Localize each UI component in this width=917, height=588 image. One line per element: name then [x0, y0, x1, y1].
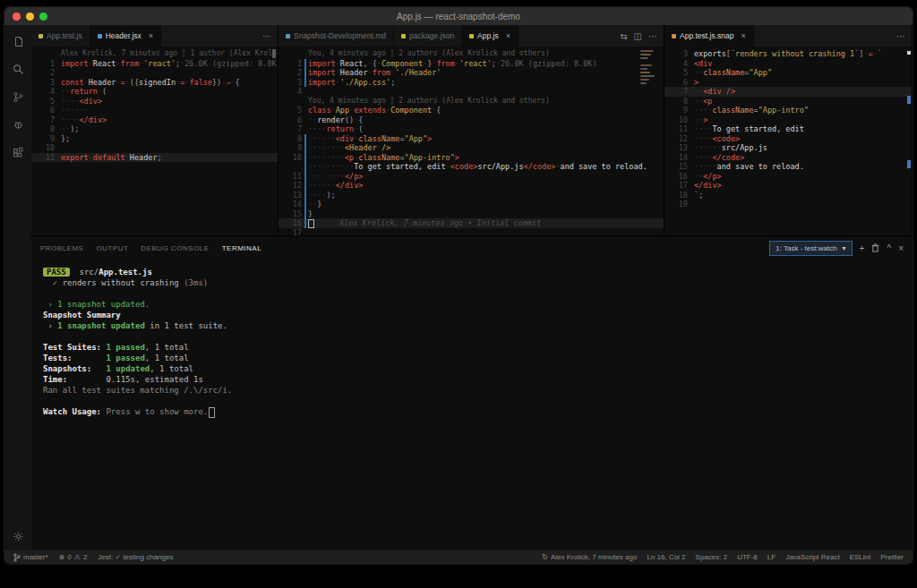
code-line[interactable]: 15·····and save to reload.: [664, 162, 912, 172]
more-actions-icon[interactable]: ⋯: [262, 31, 271, 41]
more-actions-icon[interactable]: ⋯: [648, 31, 657, 41]
panel-tab-terminal[interactable]: TERMINAL: [222, 244, 261, 252]
code-line[interactable]: 4: [279, 87, 664, 97]
open-changes-icon[interactable]: ⇆: [620, 31, 627, 41]
code-line[interactable]: 13······src/App.js: [664, 143, 912, 153]
settings-gear-icon[interactable]: [11, 529, 25, 543]
panel-tab-debug-console[interactable]: DEBUG CONSOLE: [141, 244, 209, 252]
code-line[interactable]: 16··</p>: [664, 172, 912, 182]
code-line[interactable]: 7····</div>: [31, 115, 278, 125]
code-line[interactable]: 8··<p: [664, 97, 912, 107]
code-line[interactable]: 3exports[`renders without crashing 1`]·=…: [664, 49, 912, 59]
code-line[interactable]: 10········<p·className="App-intro">: [279, 153, 664, 163]
code-line[interactable]: 2: [31, 68, 278, 78]
code-line[interactable]: 14··}: [279, 200, 664, 209]
terminal-line: ✓ renders without crashing (3ms): [43, 277, 913, 288]
eslint-status[interactable]: ESLint: [850, 553, 871, 561]
code-line[interactable]: 8······<div·className="App">: [279, 134, 664, 144]
cursor-position-status[interactable]: Ln 16, Col 2: [647, 553, 685, 561]
close-tab-icon[interactable]: ×: [149, 32, 153, 40]
debug-icon[interactable]: [11, 117, 25, 132]
extensions-icon[interactable]: [11, 145, 25, 159]
code-line[interactable]: 16Alex Krolick, 7 minutes ago • Initial …: [279, 218, 664, 228]
editor-app-js[interactable]: You, 4 minutes ago | 2 authors (Alex Kro…: [279, 47, 664, 235]
prettier-status[interactable]: Prettier: [880, 553, 904, 561]
code-line[interactable]: 17: [279, 228, 664, 236]
close-tab-icon[interactable]: ×: [741, 32, 745, 40]
scrollbar-handle[interactable]: [272, 49, 276, 58]
code-line[interactable]: 1import·React·from·'react';·26.0K (gzipp…: [31, 59, 278, 69]
more-actions-icon[interactable]: ⋯: [896, 31, 905, 41]
close-window-button[interactable]: [13, 13, 21, 21]
code-line[interactable]: 8··);: [31, 124, 278, 134]
eol-status[interactable]: LF: [767, 553, 776, 561]
terminal-output[interactable]: PASS src/App.test.js ✓ renders without c…: [31, 260, 913, 550]
code-line[interactable]: 13····);: [279, 191, 664, 200]
git-branch-status[interactable]: master*: [13, 553, 48, 562]
code-line[interactable]: 10··>: [664, 115, 912, 125]
editor-app-test-snap[interactable]: 3exports[`renders without crashing 1`]·=…: [664, 47, 912, 235]
code-line[interactable]: 9········<Header·/>: [279, 143, 664, 153]
language-mode-status[interactable]: JavaScript React: [785, 553, 839, 561]
maximize-panel-button[interactable]: ^: [887, 243, 891, 253]
tab-package.json[interactable]: package.json: [394, 25, 462, 47]
code-line[interactable]: 2import·Header·from·'./Header': [279, 68, 664, 78]
code-line[interactable]: 19: [664, 200, 912, 209]
code-line[interactable]: 7··<div·/>: [664, 87, 912, 97]
code-line[interactable]: 6······: [31, 106, 278, 115]
code-line[interactable]: 18`;: [664, 191, 912, 200]
close-tab-icon[interactable]: ×: [506, 32, 510, 40]
code-line[interactable]: 12····<code>: [664, 134, 912, 144]
zoom-window-button[interactable]: [39, 13, 47, 21]
panel-tab-output[interactable]: OUTPUT: [96, 244, 128, 252]
minimize-window-button[interactable]: [26, 13, 34, 21]
code-line[interactable]: 14····</code>: [664, 153, 912, 163]
codelens[interactable]: You, 4 minutes ago | 2 authors (Alex Kro…: [279, 97, 664, 107]
codelens[interactable]: You, 4 minutes ago | 2 authors (Alex Kro…: [279, 49, 664, 59]
code-line[interactable]: 6··render()·{: [279, 115, 664, 125]
tab-Snapshot-Development.md[interactable]: Snapshot-Development.md: [279, 25, 394, 47]
code-line[interactable]: 10: [31, 143, 278, 153]
codelens[interactable]: Alex Krolick, 7 minutes ago | 1 author (…: [31, 49, 278, 59]
code-line[interactable]: 11····To get started, edit: [664, 124, 912, 134]
code-line[interactable]: 1import·React,·{·Component·}·from·'react…: [279, 59, 664, 69]
code-line[interactable]: 12······</div>: [279, 181, 664, 191]
editor-header-jsx[interactable]: Alex Krolick, 7 minutes ago | 1 author (…: [31, 47, 278, 235]
close-panel-button[interactable]: ×: [898, 243, 904, 253]
terminal-picker-dropdown[interactable]: 1: Task - test:watch ▾: [769, 241, 852, 256]
indentation-status[interactable]: Spaces: 2: [696, 553, 728, 561]
code-line[interactable]: 5··className="App": [664, 68, 912, 78]
code-line[interactable]: 17</div>: [664, 181, 912, 191]
code-line[interactable]: 5class·App·extends·Component·{: [279, 106, 664, 115]
code-line[interactable]: ··········To get started, edit·<code>src…: [279, 162, 664, 172]
code-line[interactable]: 4<div: [664, 59, 912, 69]
explorer-icon[interactable]: [11, 34, 25, 48]
encoding-status[interactable]: UTF-8: [737, 553, 758, 561]
code-line[interactable]: 7····return·(: [279, 124, 664, 134]
tab-App.test.js[interactable]: App.test.js: [31, 25, 90, 47]
code-line[interactable]: 6>: [664, 78, 912, 88]
code-line[interactable]: 11········</p>: [279, 172, 664, 182]
code-line[interactable]: 11export·default·Header;: [31, 153, 278, 163]
blame-status[interactable]: ↻ Alex Krolick, 7 minutes ago: [542, 553, 637, 561]
line-content: exports[`renders without crashing 1`]·=·…: [694, 49, 912, 59]
code-line[interactable]: 3import·'./App.css';: [279, 78, 664, 88]
code-line[interactable]: 15}: [279, 209, 664, 219]
search-icon[interactable]: [11, 62, 25, 76]
tab-App.js[interactable]: App.js×: [462, 25, 518, 47]
tab-Header.jsx[interactable]: Header.jsx×: [90, 25, 161, 47]
new-terminal-button[interactable]: +: [860, 243, 865, 253]
minimap[interactable]: [640, 50, 655, 84]
code-line[interactable]: 9};: [31, 134, 278, 144]
tab-App.test.js.snap[interactable]: App.test.js.snap×: [664, 25, 754, 47]
code-line[interactable]: 4··return·(: [31, 87, 278, 97]
code-line[interactable]: 5····<div>: [31, 97, 278, 107]
problems-status[interactable]: ⊗ 0 ⚠ 2: [59, 553, 88, 561]
code-line[interactable]: 3const·Header·=·({signedIn·=·false})·⇒·{: [31, 78, 278, 88]
kill-terminal-button[interactable]: [871, 243, 879, 252]
panel-tab-problems[interactable]: PROBLEMS: [40, 244, 83, 252]
source-control-icon[interactable]: [11, 89, 25, 104]
jest-status[interactable]: Jest: ✓ testing changes: [98, 553, 173, 561]
code-line[interactable]: 9····className="App-intro": [664, 106, 912, 115]
split-editor-icon[interactable]: ◫: [634, 31, 642, 41]
